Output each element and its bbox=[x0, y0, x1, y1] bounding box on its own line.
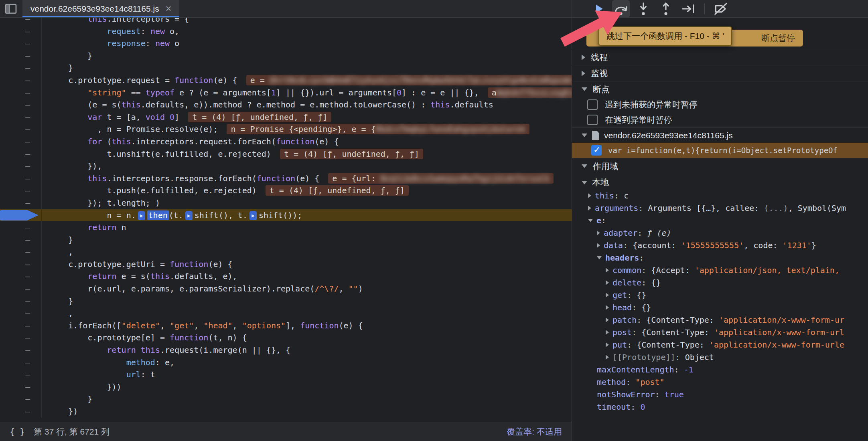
scope-row[interactable]: adapter: ƒ (e) bbox=[572, 227, 868, 239]
gutter-line-marker[interactable]: – bbox=[0, 160, 42, 172]
expand-arrow-icon[interactable] bbox=[606, 280, 609, 285]
scope-row[interactable]: e: bbox=[572, 214, 868, 227]
code-line: – } bbox=[0, 50, 572, 62]
collapse-arrow-icon[interactable] bbox=[597, 256, 602, 259]
collapse-arrow-icon[interactable] bbox=[588, 219, 593, 222]
collapse-arrow-icon[interactable] bbox=[582, 181, 587, 184]
expand-arrow-icon[interactable] bbox=[597, 231, 600, 235]
gutter-line-marker[interactable]: – bbox=[0, 258, 42, 271]
gutter-line-marker[interactable]: – bbox=[0, 393, 42, 405]
scope-row[interactable]: put: {Content-Type: 'application/x-www-f… bbox=[572, 338, 868, 351]
deactivate-breakpoints-button[interactable] bbox=[712, 0, 730, 18]
gutter-line-marker[interactable]: – bbox=[0, 87, 42, 99]
property-value: {} bbox=[641, 303, 651, 312]
scope-row[interactable]: post: {Content-Type: 'application/x-www-… bbox=[572, 326, 868, 338]
collapse-arrow-icon[interactable] bbox=[582, 164, 587, 168]
gutter-line-marker[interactable]: – bbox=[0, 99, 42, 111]
scope-row[interactable]: head: {} bbox=[572, 301, 868, 314]
gutter-line-marker[interactable]: – bbox=[0, 270, 42, 283]
gutter-line-marker[interactable]: – bbox=[0, 37, 42, 50]
property-value: {} bbox=[637, 290, 646, 300]
scope-row[interactable]: get: {} bbox=[572, 289, 868, 301]
toggle-navigator-button[interactable] bbox=[0, 0, 22, 17]
collapse-arrow-icon[interactable] bbox=[582, 134, 587, 137]
scope-row[interactable]: arguments: Arguments [{…}, callee: (...)… bbox=[572, 202, 868, 214]
gutter-line-marker[interactable]: – bbox=[0, 197, 42, 209]
scope-row[interactable]: [[Prototype]]: Object bbox=[572, 351, 868, 363]
gutter-line-marker[interactable]: – bbox=[0, 320, 42, 332]
inline-step-into-icon[interactable]: ▶ bbox=[138, 211, 145, 220]
breakpoints-section-header[interactable]: 断点 bbox=[572, 81, 868, 97]
gutter-line-marker[interactable]: – bbox=[0, 356, 42, 369]
gutter-line-marker[interactable]: – bbox=[0, 50, 42, 62]
expand-arrow-icon[interactable] bbox=[606, 318, 609, 322]
gutter-line-marker[interactable]: – bbox=[0, 332, 42, 344]
checkbox-pause-exceptions[interactable] bbox=[587, 115, 598, 125]
scope-row[interactable]: delete: {} bbox=[572, 276, 868, 289]
code-scroll-area[interactable]: – this.interceptors = {– request: new o,… bbox=[0, 18, 572, 422]
gutter-line-marker[interactable]: – bbox=[0, 246, 42, 258]
checkbox-breakpoint-enabled[interactable] bbox=[591, 145, 602, 156]
pause-exceptions-label: 在遇到异常时暂停 bbox=[605, 114, 672, 125]
gutter-line-marker[interactable]: – bbox=[0, 148, 42, 160]
gutter-line-marker[interactable]: – bbox=[0, 307, 42, 320]
collapse-arrow-icon[interactable] bbox=[582, 87, 587, 91]
expand-arrow-icon[interactable] bbox=[606, 305, 609, 310]
gutter-line-marker[interactable]: – bbox=[0, 344, 42, 356]
gutter-line-marker[interactable]: – bbox=[0, 368, 42, 381]
property-name: adapter bbox=[604, 228, 637, 238]
breakpoint-file-group[interactable]: vendor.62e6593e93ee14c81165.js bbox=[572, 127, 868, 143]
gutter-line-marker[interactable]: – bbox=[0, 184, 42, 197]
gutter-line-marker[interactable]: – bbox=[0, 111, 42, 123]
scope-row[interactable]: patch: {Content-Type: 'application/x-www… bbox=[572, 314, 868, 326]
property-value: 0 bbox=[640, 402, 645, 412]
scope-row[interactable]: common: {Accept: 'application/json, text… bbox=[572, 264, 868, 276]
gutter-line-marker[interactable]: – bbox=[0, 25, 42, 38]
expand-arrow-icon[interactable] bbox=[606, 330, 609, 335]
step-button[interactable] bbox=[679, 0, 697, 18]
threads-section-header[interactable]: 线程 bbox=[572, 49, 868, 65]
scope-local-row[interactable]: 本地 bbox=[572, 176, 868, 189]
expand-arrow-icon[interactable] bbox=[606, 355, 609, 360]
gutter-line-marker[interactable]: – bbox=[0, 234, 42, 246]
property-value: , Symbol(Sym bbox=[788, 203, 846, 213]
gutter-line-marker[interactable]: – bbox=[0, 381, 42, 393]
scope-rows: this: carguments: Arguments [{…}, callee… bbox=[572, 189, 868, 413]
close-icon[interactable]: × bbox=[166, 4, 172, 14]
property-value: ƒ (e) bbox=[647, 228, 671, 238]
gutter-line-marker[interactable]: – bbox=[0, 221, 42, 234]
gutter-line-marker[interactable]: – bbox=[0, 295, 42, 307]
scope-row[interactable]: data: {account: '15555555555', code: '12… bbox=[572, 239, 868, 251]
expand-arrow-icon[interactable] bbox=[606, 268, 609, 273]
gutter-line-marker[interactable]: – bbox=[0, 62, 42, 74]
pretty-print-button[interactable]: { } bbox=[10, 427, 25, 437]
expand-arrow-icon[interactable] bbox=[597, 243, 600, 248]
watch-section-header[interactable]: 监视 bbox=[572, 65, 868, 81]
property-name: delete bbox=[612, 278, 641, 287]
scope-row[interactable]: this: c bbox=[572, 189, 868, 202]
scope-section-header[interactable]: 作用域 bbox=[572, 158, 868, 174]
inline-step-into-icon[interactable]: ▶ bbox=[249, 211, 257, 220]
gutter-line-marker[interactable]: – bbox=[0, 74, 42, 87]
expand-arrow-icon[interactable] bbox=[582, 71, 585, 76]
gutter-line-marker[interactable]: – bbox=[0, 136, 42, 148]
breakpoint-entry[interactable]: var i=function(e,t){return(i=Object.setP… bbox=[572, 143, 868, 158]
expand-arrow-icon[interactable] bbox=[588, 193, 591, 198]
expand-arrow-icon[interactable] bbox=[606, 342, 609, 347]
gutter-line-marker[interactable]: – bbox=[0, 123, 42, 136]
gutter-line-marker[interactable]: – bbox=[0, 18, 42, 25]
step-out-button[interactable] bbox=[657, 0, 675, 18]
scope-row[interactable]: headers: bbox=[572, 251, 868, 264]
checkbox-pause-uncaught[interactable] bbox=[587, 99, 598, 110]
gutter-line-marker[interactable]: – bbox=[0, 172, 42, 185]
gutter-line-marker[interactable]: – bbox=[0, 283, 42, 295]
expand-arrow-icon[interactable] bbox=[606, 293, 609, 297]
file-tab[interactable]: vendor.62e6593e93ee14c81165.js × bbox=[22, 0, 179, 17]
expand-arrow-icon[interactable] bbox=[588, 206, 591, 210]
property-value: 'application/json, text/plain, bbox=[695, 265, 840, 275]
gutter-line-marker[interactable]: – bbox=[0, 405, 42, 418]
code-line: – t.push(e.fulfilled, e.rejected)t = (4)… bbox=[0, 184, 572, 197]
expand-arrow-icon[interactable] bbox=[582, 55, 585, 60]
property-name: put bbox=[612, 340, 627, 350]
inline-step-into-icon[interactable]: ▶ bbox=[185, 211, 193, 220]
